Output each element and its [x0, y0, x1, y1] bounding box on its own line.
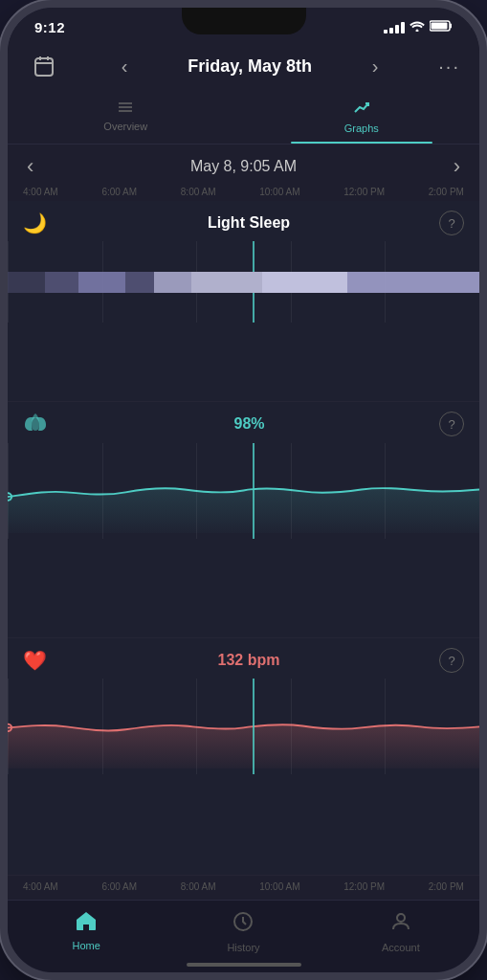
heart-chart-section: ❤️ 132 bpm ?	[8, 637, 479, 875]
time-axis-top: 4:00 AM 6:00 AM 8:00 AM 10:00 AM 12:00 P…	[8, 187, 479, 197]
top-nav: ‹ Friday, May 8th › ···	[8, 41, 479, 93]
time-axis-bottom: 4:00 AM 6:00 AM 8:00 AM 10:00 AM 12:00 P…	[8, 875, 479, 896]
calendar-button[interactable]	[27, 49, 61, 83]
time-nav: ‹ May 8, 9:05 AM ›	[8, 145, 479, 187]
account-nav-icon	[389, 910, 412, 939]
heart-line-chart	[8, 682, 479, 768]
oxygen-chart-body	[8, 443, 479, 539]
battery-icon	[430, 20, 453, 34]
time-label: May 8, 9:05 AM	[190, 158, 297, 175]
time-tick-3: 10:00 AM	[259, 187, 299, 197]
sleep-bar-track	[8, 272, 479, 293]
nav-account[interactable]: Account	[322, 910, 479, 953]
sleep-title: Light Sleep	[58, 214, 439, 232]
svg-rect-1	[450, 24, 452, 29]
time-tick-4: 12:00 PM	[343, 187, 385, 197]
phone-frame: 9:12	[0, 0, 487, 980]
time-forward-arrow[interactable]: ›	[454, 154, 460, 179]
nav-home-label: Home	[72, 940, 100, 951]
tab-graphs-label: Graphs	[344, 122, 379, 134]
time-tick-b5: 2:00 PM	[429, 881, 464, 892]
svg-point-13	[397, 914, 405, 922]
status-time: 9:12	[34, 19, 65, 35]
graphs-icon	[353, 100, 370, 120]
time-tick-b1: 6:00 AM	[101, 881, 137, 892]
charts-container: 🌙 Light Sleep ?	[8, 201, 479, 875]
date-back-arrow[interactable]: ‹	[114, 56, 136, 78]
sleep-icon: 🌙	[23, 212, 47, 234]
heart-help-button[interactable]: ?	[439, 648, 464, 673]
nav-home[interactable]: Home	[8, 910, 165, 953]
history-nav-icon	[232, 910, 255, 939]
time-tick-5: 2:00 PM	[429, 187, 464, 197]
bottom-nav: Home History Account	[8, 900, 479, 972]
tab-bar: Overview Graphs	[8, 93, 479, 145]
time-tick-0: 4:00 AM	[23, 187, 58, 197]
nav-account-label: Account	[382, 942, 420, 953]
sleep-chart-header: 🌙 Light Sleep ?	[8, 201, 479, 241]
notch	[182, 8, 306, 34]
oxygen-chart-header: 98% ?	[8, 402, 479, 443]
svg-rect-2	[432, 23, 448, 30]
heart-icon: ❤️	[23, 649, 47, 672]
sleep-help-button[interactable]: ?	[439, 211, 464, 235]
sleep-chart-body	[8, 241, 479, 323]
nav-date: Friday, May 8th	[188, 56, 312, 77]
tab-graphs[interactable]: Graphs	[244, 93, 480, 144]
home-indicator	[187, 963, 301, 967]
oxygen-icon	[23, 412, 48, 437]
time-tick-b0: 4:00 AM	[23, 881, 58, 892]
oxygen-line-chart	[8, 447, 479, 533]
tab-overview[interactable]: Overview	[8, 93, 244, 144]
date-forward-arrow[interactable]: ›	[365, 56, 387, 78]
time-tick-b2: 8:00 AM	[181, 881, 216, 892]
home-nav-icon	[75, 910, 98, 937]
time-tick-2: 8:00 AM	[181, 187, 216, 197]
nav-history[interactable]: History	[165, 910, 321, 953]
oxygen-value: 98%	[59, 415, 439, 433]
phone-inner: 9:12	[8, 8, 479, 972]
time-tick-1: 6:00 AM	[101, 187, 137, 197]
wifi-icon	[410, 20, 425, 34]
heart-value: 132 bpm	[58, 652, 439, 669]
tab-overview-label: Overview	[103, 121, 147, 132]
signal-icon	[384, 22, 405, 33]
heart-chart-body	[8, 679, 479, 774]
oxygen-chart-section: 98% ?	[8, 401, 479, 638]
nav-history-label: History	[227, 942, 259, 953]
time-tick-b3: 10:00 AM	[259, 881, 299, 892]
svg-rect-3	[35, 58, 53, 76]
overview-icon	[117, 100, 134, 118]
heart-chart-header: ❤️ 132 bpm ?	[8, 638, 479, 679]
more-button[interactable]: ···	[438, 56, 460, 78]
time-tick-b4: 12:00 PM	[343, 881, 385, 892]
sleep-chart-section: 🌙 Light Sleep ?	[8, 201, 479, 401]
oxygen-help-button[interactable]: ?	[439, 412, 464, 436]
status-icons	[384, 20, 453, 34]
time-back-arrow[interactable]: ‹	[27, 154, 33, 179]
